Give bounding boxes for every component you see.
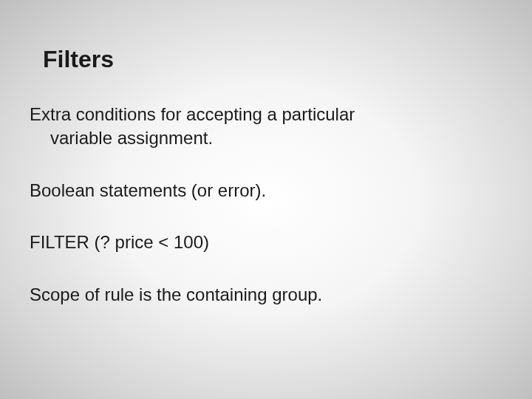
paragraph-filter-example: FILTER (? price < 100) (30, 231, 502, 254)
paragraph-line-1: Extra conditions for accepting a particu… (30, 104, 355, 124)
paragraph-line-2: variable assignment. (30, 126, 502, 150)
slide-container: Filters Extra conditions for accepting a… (0, 0, 532, 399)
paragraph-definition: Extra conditions for accepting a particu… (30, 103, 502, 151)
paragraph-scope: Scope of rule is the containing group. (30, 283, 502, 307)
slide-title: Filters (43, 46, 502, 73)
paragraph-boolean: Boolean statements (or error). (30, 179, 502, 202)
